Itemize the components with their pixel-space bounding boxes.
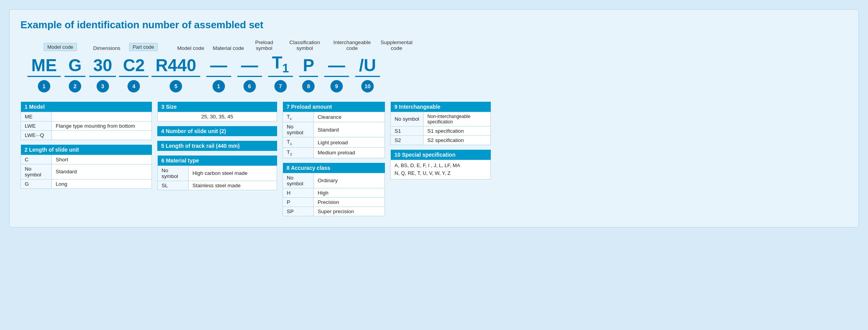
label-classification-symbol: Classification symbol	[289, 39, 320, 51]
interchangeable-header: 9 Interchangeable	[391, 102, 491, 112]
table-row: No symbol Ordinary	[283, 173, 385, 188]
interchangeable-symbol-S1: S1	[391, 126, 424, 135]
size-value: 25, 30, 35, 45	[158, 112, 277, 121]
accuracy-symbol-H: H	[283, 188, 314, 197]
label-material-code: Material code	[213, 45, 244, 51]
code-U: /U	[355, 56, 380, 77]
preload-symbol-T2: T2	[283, 148, 314, 158]
label-preload-symbol: Preload symbol	[255, 39, 273, 51]
circle-interchangeable: 9	[395, 104, 398, 110]
table-row: No symbol Standard	[283, 122, 385, 137]
table-row: G Long	[21, 179, 152, 188]
table-row: T2 Medium preload	[283, 148, 385, 158]
length-symbol-G: G	[21, 179, 52, 188]
interchangeable-table: 9 Interchangeable No symbol Non-intercha…	[390, 102, 491, 145]
num-slide-header: 4 Number of slide unit (2)	[157, 126, 277, 136]
model-table: 1 Model ME LWE Flange type mounting from…	[20, 102, 152, 140]
table-row: S2 S2 specification	[391, 135, 491, 145]
length-value-nosym: Standard	[52, 164, 152, 179]
preload-value-nosym: Standard	[314, 122, 385, 137]
code-C2: C2	[119, 56, 148, 77]
column-1: 1 Model ME LWE Flange type mounting from…	[20, 102, 152, 216]
code-ME: ME	[27, 56, 61, 77]
accuracy-value-P: Precision	[314, 197, 385, 207]
table-row: A, BS, D, E, F, I , J, L, LF, MA N, Q, R…	[391, 160, 491, 180]
table-row: T1 Light preload	[283, 137, 385, 148]
accuracy-symbol-SP: SP	[283, 207, 314, 216]
table-row: No symbol High carbon steel made	[158, 166, 277, 181]
circle-7: 7	[274, 80, 287, 92]
track-rail-header: 5 Length of track rail (440 mm)	[157, 141, 277, 151]
circle-9: 9	[330, 80, 343, 92]
special-spec-text: A, BS, D, E, F, I , J, L, LF, MA N, Q, R…	[391, 160, 491, 180]
material-table: 6 Material type No symbol High carbon st…	[157, 156, 277, 190]
circle-1b: 1	[213, 80, 225, 92]
special-spec-table: 10 Special specification A, BS, D, E, F,…	[390, 150, 491, 180]
table-row: SP Super precision	[283, 207, 385, 216]
special-spec-header: 10 Special specification	[391, 150, 491, 160]
material-value-SL: Stainless steel made	[189, 181, 277, 190]
column-2: 3 Size 25, 30, 35, 45 4 Number of slide …	[157, 102, 277, 216]
table-row: SL Stainless steel made	[158, 181, 277, 190]
code-R440: R440	[151, 56, 200, 77]
preload-value-T2: Medium preload	[314, 148, 385, 158]
circle-1: 1	[38, 80, 50, 92]
circle-length-slide: 2	[25, 147, 28, 153]
circle-2: 2	[69, 80, 81, 92]
circle-10: 10	[361, 80, 374, 92]
length-slide-table: 2 Length of slide unit C Short No symbol…	[20, 145, 152, 189]
code-30: 30	[89, 56, 116, 77]
preload-table: 7 Preload amount Tc Clearance No symbol …	[283, 102, 385, 158]
label-interchangeable-code: Interchangeable code	[334, 39, 371, 51]
model-value-ME	[52, 112, 152, 121]
table-row: H High	[283, 188, 385, 197]
preload-value-T1: Light preload	[314, 137, 385, 148]
circle-track-rail: 5	[161, 143, 164, 149]
model-table-header: 1 Model	[21, 102, 152, 112]
interchangeable-symbol-S2: S2	[391, 135, 424, 145]
table-row: S1 S1 specification	[391, 126, 491, 135]
circle-6: 6	[243, 80, 256, 92]
table-row: ME	[21, 112, 152, 121]
interchangeable-value-S1: S1 specification	[423, 126, 490, 135]
length-value-G: Long	[52, 179, 152, 188]
preload-header: 7 Preload amount	[283, 102, 385, 112]
num-slide-table: 4 Number of slide unit (2)	[157, 126, 277, 136]
accuracy-symbol-nosym: No symbol	[283, 173, 314, 188]
table-row: No symbol Non-interchangeable specificat…	[391, 112, 491, 126]
table-row: C Short	[21, 155, 152, 164]
circle-size: 3	[162, 104, 165, 110]
column-4: 9 Interchangeable No symbol Non-intercha…	[390, 102, 491, 216]
model-symbol-LWE: LWE	[21, 121, 52, 130]
accuracy-value-SP: Super precision	[314, 207, 385, 216]
code-P: P	[299, 56, 318, 77]
material-value-nosym: High carbon steel made	[189, 166, 277, 181]
interchangeable-value-nosym: Non-interchangeable specification	[423, 112, 490, 126]
size-header: 3 Size	[158, 102, 277, 112]
preload-symbol-Tc: Tc	[283, 112, 314, 122]
code-T1: T1	[268, 53, 293, 77]
page-title: Example of identification number of asse…	[20, 19, 848, 31]
column-3: 7 Preload amount Tc Clearance No symbol …	[283, 102, 385, 216]
accuracy-header: 8 Accuracy class	[283, 163, 385, 173]
material-symbol-SL: SL	[158, 181, 189, 190]
length-symbol-C: C	[21, 155, 52, 164]
interchangeable-symbol-nosym: No symbol	[391, 112, 424, 126]
label-part-code: Part code	[129, 43, 158, 51]
code-dash-9: —	[324, 56, 349, 77]
accuracy-value-nosym: Ordinary	[314, 173, 385, 188]
table-row: LWE Flange type mounting from bottom	[21, 121, 152, 130]
table-row: Tc Clearance	[283, 112, 385, 122]
label-model-code-1: Model code	[44, 43, 77, 51]
label-model-code-2: Model code	[177, 45, 204, 51]
circle-5: 5	[170, 80, 182, 92]
interchangeable-value-S2: S2 specification	[423, 135, 490, 145]
circle-8: 8	[302, 80, 315, 92]
accuracy-value-H: High	[314, 188, 385, 197]
code-dash-6: —	[237, 56, 262, 77]
track-rail-table: 5 Length of track rail (440 mm)	[157, 141, 277, 151]
tables-section: 1 Model ME LWE Flange type mounting from…	[20, 102, 848, 216]
circle-4: 4	[128, 80, 140, 92]
table-row: P Precision	[283, 197, 385, 207]
table-row: LWE···Q	[21, 130, 152, 140]
